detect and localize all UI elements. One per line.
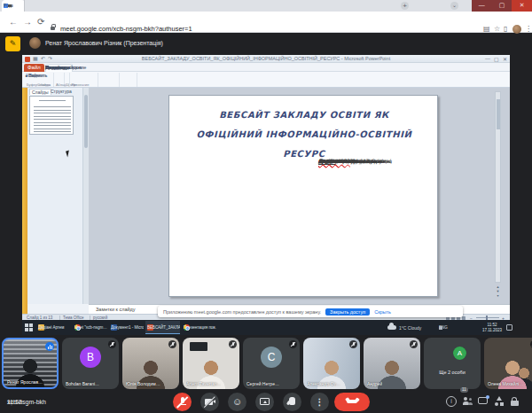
status-language: русский xyxy=(93,316,107,320)
restore-icon[interactable]: ▢ xyxy=(492,0,512,12)
close-icon[interactable]: ✕ xyxy=(512,0,532,12)
side-panel-icon[interactable]: ▯ xyxy=(504,25,507,34)
minimize-icon[interactable]: — xyxy=(472,0,492,12)
participant-name: Олена Михайлі… xyxy=(488,381,523,386)
mic-muted-icon xyxy=(168,340,176,348)
slide-title-line: ВЕБСАЙТ ЗАКЛАДУ ОСВІТИ ЯК xyxy=(169,110,439,120)
camera-off-button[interactable] xyxy=(200,393,219,411)
taskbar-item-label: ВЕБСАЙТ_ЗАКЛАД… xyxy=(147,325,180,330)
stop-sharing-button[interactable]: Закрыть доступ xyxy=(325,308,370,316)
ribbon-edit-item[interactable]: ▸ Выделить xyxy=(26,74,47,78)
status-theme: Тема Office xyxy=(63,316,84,320)
system-tray: ENG xyxy=(439,325,448,330)
present-button[interactable] xyxy=(255,393,274,411)
bookmark-star-icon[interactable]: ☆ xyxy=(494,25,500,34)
participant-avatar: С xyxy=(261,347,282,368)
meeting-code: xcb-nsgm-bkh xyxy=(7,399,46,405)
slide-editor-pane: ВЕБСАЙТ ЗАКЛАДУ ОСВІТИ ЯК ОФІЦІЙНИЙ ІНФО… xyxy=(89,88,510,304)
ppt-window-title: ВЕБСАЙТ_ЗАКЛАДУ_ОСВІТИ_ЯК_ОФІЦІЙНИЙ_ІНФО… xyxy=(22,56,510,61)
tab-label: Роз xyxy=(4,0,12,12)
mic-muted-icon xyxy=(289,340,297,348)
participant-tile[interactable]: Юлія Володим… xyxy=(122,338,179,389)
ppt-restore-icon[interactable]: ▢ xyxy=(494,56,499,62)
lock-icon xyxy=(51,27,55,30)
zoom-slider[interactable] xyxy=(476,317,499,318)
participant-tile[interactable]: Александр Су… xyxy=(303,338,360,389)
browser-profile-avatar[interactable] xyxy=(512,25,521,34)
taskbar-item[interactable]: Meet "xcb-nsgm… xyxy=(73,321,107,334)
slide-text-segment: технологій xyxy=(318,158,349,165)
ppt-minimize-icon[interactable]: — xyxy=(485,56,490,61)
panel-tab-slides[interactable]: Слайды xyxy=(29,89,51,95)
slide-body-text: Виконав: студент ІІ курсу,групи УЕ22Мспе… xyxy=(318,158,435,291)
taskbar-item[interactable]: ВЕБСАЙТ_ЗАКЛАД… xyxy=(145,321,180,334)
raise-hand-button[interactable] xyxy=(283,393,301,411)
participant-strip: Ренат Ярослав…BBohdan Barani…Юлія Володи… xyxy=(0,338,532,391)
ppt-close-icon[interactable]: ✕ xyxy=(503,56,507,62)
start-button[interactable] xyxy=(25,323,33,331)
clock-date: 17.11.2023 xyxy=(481,328,504,333)
participant-tile[interactable]: Ренат Ярослав… xyxy=(2,338,59,389)
slide-thumbnails: 12345 xyxy=(29,96,82,304)
more-options-button[interactable]: ⋮ xyxy=(310,393,329,411)
participant-name: Андрей xyxy=(367,381,382,386)
browser-tab[interactable]: Роз xyxy=(2,0,25,12)
address-bar[interactable]: meet.google.com/xcb-nsgm-bkh?authuser=1 xyxy=(60,25,192,34)
taskbar-item[interactable]: Презентация пов… xyxy=(182,321,216,334)
volume-icon[interactable] xyxy=(439,326,442,330)
back-icon[interactable]: ← xyxy=(9,18,18,27)
participant-tile[interactable]: Олена Михайлі… xyxy=(484,338,532,389)
meet-bottom-bar: 11:52|xcb-nsgm-bkh ☺⋮ 11 i xyxy=(0,391,532,413)
participant-tile[interactable]: BBohdan Barani… xyxy=(62,338,119,389)
hide-banner-link[interactable]: Скрыть xyxy=(374,309,391,315)
windows-taskbar: Дадіані АртемMeet "xcb-nsgm…Документ1 - … xyxy=(22,320,510,335)
speaking-indicator-icon xyxy=(45,342,54,351)
presenter-banner: Ренат Ярославович Різник (Презентація) xyxy=(45,40,163,46)
ppt-ribbon: Буфер обменаСлайдыШрифтАбзацРисование▸ Н… xyxy=(22,72,510,88)
browser-menu-icon[interactable]: ⋮ xyxy=(525,25,532,34)
ribbon-tab-file[interactable]: Файл xyxy=(24,64,44,72)
taskbar-item[interactable]: Документ1 - Micro… xyxy=(109,321,144,334)
mic-off-button[interactable] xyxy=(173,393,192,411)
chat-icon[interactable] xyxy=(478,396,489,407)
weather-widget[interactable]: 1°C Cloudy xyxy=(399,325,421,331)
annotation-pen-icon[interactable]: ✎ xyxy=(5,36,20,51)
reactions-button[interactable]: ☺ xyxy=(228,393,246,411)
participant-tile[interactable]: Андрей xyxy=(364,338,420,389)
avatar: A xyxy=(453,347,466,360)
reload-icon[interactable]: ⟳ xyxy=(37,18,44,27)
share-banner-text: Приложению meet.google.com предоставлен … xyxy=(163,309,321,315)
tab-search-icon[interactable]: ⌄ xyxy=(450,2,458,10)
ribbon-tab-8[interactable]: Вид xyxy=(45,64,55,72)
info-icon[interactable]: i xyxy=(446,396,457,407)
participant-name: Ренат Ярослав… xyxy=(7,379,43,385)
end-call-button[interactable] xyxy=(334,393,370,411)
slide-nav-buttons[interactable]: ▲▼▾ xyxy=(495,284,501,299)
browser-toolbar: ← → ⟳ meet.google.com/xcb-nsgm-bkh?authu… xyxy=(0,12,532,33)
screen: (ВеПер4.dcВидАспMe×КлаВхВхУкрНаМарРозТел… xyxy=(0,0,532,413)
action-center-icon[interactable] xyxy=(506,324,512,331)
participant-tile[interactable]: Artem Zavertan… xyxy=(183,338,239,389)
slide-scrollbar[interactable] xyxy=(495,91,501,283)
mic-muted-icon xyxy=(108,340,116,348)
slide-canvas[interactable]: ВЕБСАЙТ ЗАКЛАДУ ОСВІТИ ЯК ОФІЦІЙНИЙ ІНФО… xyxy=(168,95,438,297)
participant-tile[interactable]: ◕AЩе 2 особи xyxy=(424,338,481,389)
thumb-text-lines xyxy=(34,106,71,133)
host-controls-icon[interactable] xyxy=(509,396,520,407)
slide-thumbnail[interactable] xyxy=(29,96,74,135)
participant-avatar: B xyxy=(80,347,101,368)
taskbar-item[interactable]: Дадіані Артем xyxy=(36,321,71,334)
taskbar-clock[interactable]: 11:52 17.11.2023 xyxy=(481,323,504,332)
participant-name: Bohdan Barani… xyxy=(66,381,99,386)
people-icon[interactable] xyxy=(462,396,473,407)
activities-icon[interactable] xyxy=(494,396,505,407)
media-card-icon[interactable]: ▤ xyxy=(483,25,490,34)
new-tab-button[interactable]: + xyxy=(401,2,409,10)
participant-tile[interactable]: ССергей Нетре… xyxy=(243,338,300,389)
participant-name: Юлія Володим… xyxy=(126,381,160,386)
panel-tab-outline[interactable]: Структура xyxy=(51,89,72,94)
participant-name: Artem Zavertan… xyxy=(186,381,221,386)
forward-icon[interactable]: → xyxy=(23,18,32,27)
view-slideshow-icon[interactable] xyxy=(462,316,466,320)
mic-muted-icon xyxy=(229,340,237,348)
